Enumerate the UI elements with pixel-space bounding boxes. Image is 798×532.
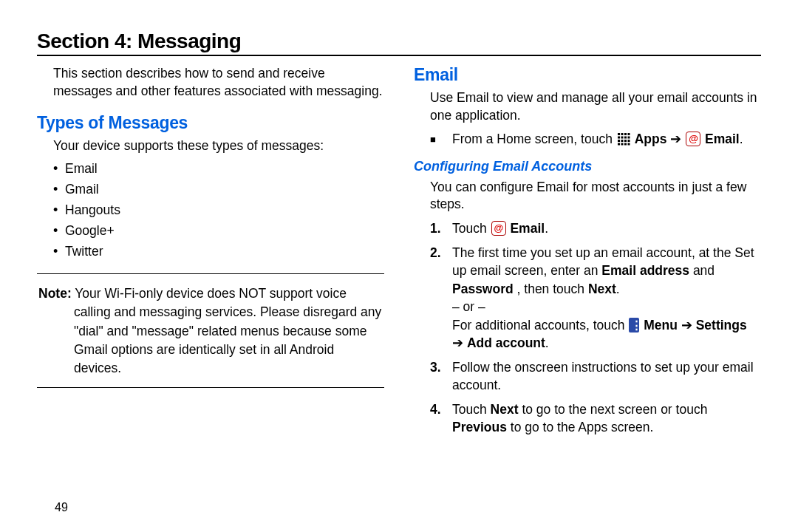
step-number: 4. <box>430 400 452 437</box>
arrow-icon: ➔ <box>452 335 467 350</box>
heading-types-of-messages: Types of Messages <box>37 113 384 133</box>
step-number: 1. <box>430 219 452 238</box>
title-rule <box>37 55 761 56</box>
period: . <box>545 221 548 236</box>
svg-rect-2 <box>624 133 627 135</box>
step-4: 4. Touch Next to go to the next screen o… <box>430 400 761 437</box>
svg-rect-1 <box>621 133 623 135</box>
svg-rect-10 <box>624 140 627 142</box>
list-item: Hangouts <box>53 200 384 220</box>
right-column: Email Use Email to view and manage all y… <box>414 65 761 443</box>
menu-label: Menu <box>644 318 678 332</box>
step-1: 1. Touch Email. <box>430 219 761 238</box>
settings-label: Settings <box>696 318 747 332</box>
step-3: 3. Follow the onscreen instructions to s… <box>430 358 761 395</box>
step-text: The first time you set up an email accou… <box>452 244 761 352</box>
heading-email: Email <box>414 65 761 85</box>
svg-rect-15 <box>627 143 630 146</box>
add-account-label: Add account <box>467 335 545 350</box>
svg-rect-9 <box>621 140 623 142</box>
note-top-rule <box>37 273 384 274</box>
email-address-label: Email address <box>601 263 689 278</box>
password-label: Password <box>452 282 514 296</box>
note-bottom-rule <box>37 387 384 388</box>
text: to go to the Apps screen. <box>511 420 654 434</box>
next-label: Next <box>588 282 616 296</box>
note-body: Your Wi-Fi-only device does NOT support … <box>74 286 381 376</box>
two-column-layout: This section describes how to send and r… <box>37 65 761 443</box>
svg-rect-6 <box>624 137 627 139</box>
left-column: This section describes how to send and r… <box>37 65 384 443</box>
svg-rect-13 <box>621 143 623 146</box>
text: From a Home screen, touch <box>452 132 616 146</box>
step-2: 2. The first time you set up an email ac… <box>430 244 761 352</box>
list-item: Gmail <box>53 179 384 200</box>
heading-configuring-email: Configuring Email Accounts <box>414 159 761 174</box>
text: , then touch <box>517 282 588 296</box>
step-text: Touch Email. <box>452 219 761 238</box>
list-item: Google+ <box>53 220 384 241</box>
list-item: Email <box>53 158 384 179</box>
svg-rect-11 <box>627 140 630 142</box>
config-intro: You can configure Email for most account… <box>430 179 761 214</box>
note-label: Note: <box>38 286 72 301</box>
message-types-list: Email Gmail Hangouts Google+ Twitter <box>53 158 384 262</box>
email-icon <box>686 132 700 146</box>
email-intro: Use Email to view and manage all your em… <box>430 89 761 124</box>
svg-rect-3 <box>627 133 630 135</box>
intro-text: This section describes how to send and r… <box>53 65 384 100</box>
period: . <box>740 132 743 146</box>
menu-icon <box>629 318 639 332</box>
email-label: Email <box>705 132 740 146</box>
svg-rect-8 <box>618 140 620 142</box>
next-label: Next <box>491 402 519 417</box>
text: For additional accounts, touch <box>452 318 628 332</box>
step-text: Touch Next to go to the next screen or t… <box>452 400 761 437</box>
page-number: 49 <box>55 501 68 514</box>
text: to go to the next screen or touch <box>522 402 707 417</box>
period: . <box>545 335 549 350</box>
note-block: Note: Your Wi-Fi-only device does NOT su… <box>37 279 384 383</box>
or-text: – or – <box>452 298 761 316</box>
step-text: From a Home screen, touch Apps ➔ Email. <box>452 130 761 149</box>
svg-rect-12 <box>618 143 620 146</box>
previous-label: Previous <box>452 420 507 434</box>
email-icon <box>491 221 506 236</box>
apps-grid-icon <box>617 132 630 146</box>
svg-rect-7 <box>627 137 630 139</box>
arrow-icon: ➔ <box>681 318 696 332</box>
text: Touch <box>452 221 491 236</box>
period: . <box>616 282 620 296</box>
svg-rect-5 <box>621 137 623 139</box>
supports-text: Your device supports these types of mess… <box>53 137 384 155</box>
text: Touch <box>452 402 491 417</box>
text: and <box>693 263 715 278</box>
step-number: 2. <box>430 244 452 352</box>
svg-rect-0 <box>618 133 620 135</box>
svg-rect-4 <box>618 137 620 139</box>
manual-page: Section 4: Messaging This section descri… <box>0 0 798 532</box>
step-text: Follow the onscreen instructions to set … <box>452 358 761 395</box>
square-bullet-icon: ■ <box>430 130 452 149</box>
list-item: Twitter <box>53 241 384 262</box>
step-number: 3. <box>430 358 452 395</box>
svg-rect-14 <box>624 143 627 146</box>
home-screen-step: ■ From a Home screen, touch Apps ➔ <box>430 130 761 149</box>
email-label: Email <box>510 221 545 236</box>
section-title: Section 4: Messaging <box>37 30 761 53</box>
apps-label: Apps <box>635 132 667 146</box>
arrow-icon: ➔ <box>670 132 685 146</box>
